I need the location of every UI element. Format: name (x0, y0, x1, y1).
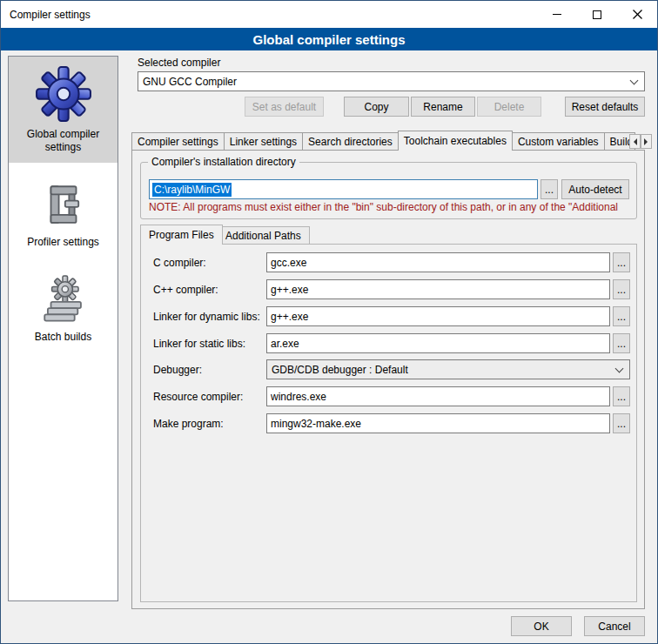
gear-stack-icon (38, 275, 89, 325)
chevron-down-icon (630, 76, 639, 84)
close-icon (633, 10, 642, 19)
caption-buttons (537, 1, 657, 28)
maximize-icon (593, 10, 601, 19)
browse-directory-button[interactable]: ... (540, 179, 558, 199)
static-linker-browse-button[interactable]: ... (613, 333, 630, 353)
installation-directory-value: C:\raylib\MinGW (152, 183, 232, 197)
triangle-right-icon (644, 138, 651, 145)
c-compiler-label: C compiler: (153, 257, 206, 269)
copy-button[interactable]: Copy (344, 97, 409, 117)
installation-directory-group-title: Compiler's installation directory (148, 156, 299, 168)
resource-compiler-label: Resource compiler: (153, 391, 243, 403)
page-title: Global compiler settings (1, 28, 657, 50)
chevron-down-icon (615, 364, 624, 372)
minimize-button[interactable] (537, 1, 577, 28)
selected-compiler-dropdown[interactable]: GNU GCC Compiler (138, 71, 645, 91)
c-compiler-browse-button[interactable]: ... (613, 252, 630, 272)
c-compiler-input[interactable] (266, 252, 610, 272)
triangle-left-icon (630, 138, 637, 145)
clamp-tool-icon (38, 180, 89, 231)
minimize-icon (553, 14, 561, 15)
make-program-input[interactable] (266, 413, 610, 433)
static-linker-label: Linker for static libs: (153, 338, 245, 350)
settings-tabs: Compiler settings Linker settings Search… (131, 131, 652, 151)
sidebar-item-label: Profiler settings (27, 236, 99, 249)
titlebar[interactable]: Compiler settings (1, 1, 657, 28)
tab-compiler-settings[interactable]: Compiler settings (131, 132, 225, 151)
selected-compiler-value: GNU GCC Compiler (143, 76, 237, 88)
ok-button[interactable]: OK (511, 616, 572, 636)
close-button[interactable] (617, 1, 657, 28)
blue-gear-icon (35, 65, 92, 123)
debugger-label: Debugger: (153, 364, 202, 376)
tab-program-files[interactable]: Program Files (140, 225, 223, 245)
sidebar-item-batch-builds[interactable]: Batch builds (9, 266, 118, 352)
rename-button[interactable]: Rename (411, 97, 475, 117)
sidebar-item-label: Global compiler settings (12, 128, 114, 154)
set-as-default-button[interactable]: Set as default (245, 97, 324, 117)
sidebar-item-global-compiler-settings[interactable]: Global compiler settings (9, 57, 118, 163)
resource-compiler-browse-button[interactable]: ... (613, 386, 630, 406)
reset-defaults-button[interactable]: Reset defaults (565, 97, 645, 117)
installation-directory-input[interactable]: C:\raylib\MinGW (149, 179, 538, 199)
tab-scroll-right-button[interactable] (641, 134, 652, 149)
tab-scroll-left-button[interactable] (629, 134, 641, 149)
tab-search-directories[interactable]: Search directories (302, 132, 399, 151)
cancel-button[interactable]: Cancel (584, 616, 645, 636)
cpp-compiler-input[interactable] (266, 279, 610, 299)
sidebar-item-profiler-settings[interactable]: Profiler settings (9, 171, 118, 258)
cpp-compiler-browse-button[interactable]: ... (613, 279, 630, 299)
settings-category-list: Global compiler settings Profiler settin… (8, 56, 118, 601)
delete-button[interactable]: Delete (477, 97, 541, 117)
auto-detect-button[interactable]: Auto-detect (561, 179, 629, 199)
tab-custom-variables[interactable]: Custom variables (512, 132, 605, 151)
maximize-button[interactable] (577, 1, 617, 28)
tab-toolchain-executables[interactable]: Toolchain executables (398, 131, 513, 151)
tab-additional-paths[interactable]: Additional Paths (217, 226, 310, 245)
dynamic-linker-input[interactable] (266, 306, 610, 326)
static-linker-input[interactable] (266, 333, 610, 353)
selected-compiler-label: Selected compiler (138, 57, 220, 69)
compiler-settings-dialog: Compiler settings Global compiler settin… (0, 0, 658, 644)
make-program-label: Make program: (153, 418, 224, 430)
make-program-browse-button[interactable]: ... (613, 413, 630, 433)
window-title: Compiler settings (1, 9, 91, 21)
dynamic-linker-label: Linker for dynamic libs: (153, 311, 260, 323)
note-text: NOTE: All programs must exist either in … (149, 201, 652, 213)
cpp-compiler-label: C++ compiler: (153, 284, 218, 296)
dynamic-linker-browse-button[interactable]: ... (613, 306, 630, 326)
sidebar-item-label: Batch builds (35, 331, 91, 344)
resource-compiler-input[interactable] (266, 386, 610, 406)
debugger-dropdown[interactable]: GDB/CDB debugger : Default (266, 359, 630, 379)
debugger-value: GDB/CDB debugger : Default (272, 364, 408, 376)
tab-linker-settings[interactable]: Linker settings (224, 132, 303, 151)
